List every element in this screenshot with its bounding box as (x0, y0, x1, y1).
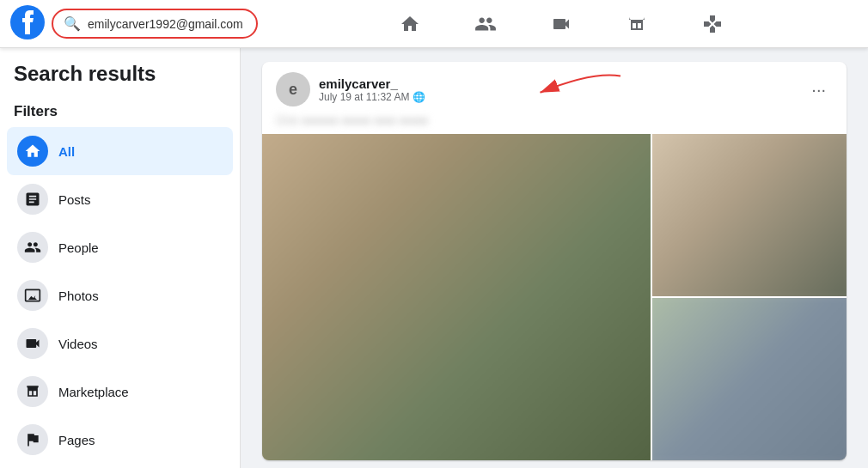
filters-label: Filters (7, 96, 233, 127)
side-image-top-blur (652, 134, 847, 296)
marketplace-icon (17, 376, 48, 407)
nav-gaming-button[interactable] (692, 7, 733, 41)
post-timestamp: July 19 at 11:32 AM 🌐 (319, 91, 425, 103)
sidebar-label-videos: Videos (58, 337, 98, 351)
pages-icon (17, 424, 48, 455)
post-side-image-bottom[interactable] (652, 298, 847, 460)
sidebar-label-people: People (58, 240, 99, 255)
sidebar-item-people[interactable]: People (7, 223, 233, 271)
main-layout: Search results Filters AllPostsPeoplePho… (0, 48, 868, 468)
sidebar-label-photos: Photos (58, 289, 99, 303)
page-title: Search results (7, 62, 233, 96)
sidebar: Search results Filters AllPostsPeoplePho… (0, 48, 241, 468)
post-more-options-button[interactable]: ··· (804, 76, 833, 103)
sidebar-item-pages[interactable]: Pages (7, 416, 233, 464)
side-image-bottom-blur (652, 298, 847, 460)
people-icon (17, 232, 48, 263)
sidebar-label-posts: Posts (58, 192, 91, 207)
nav-marketplace-button[interactable] (616, 7, 657, 41)
posts-icon (17, 184, 48, 215)
main-content: e emilycarver_ July 19 at 11:32 AM 🌐 ···… (241, 48, 868, 468)
all-icon (17, 136, 48, 167)
facebook-logo[interactable] (10, 5, 45, 43)
nav-video-button[interactable] (541, 7, 582, 41)
sidebar-item-marketplace[interactable]: Marketplace (7, 368, 233, 416)
sidebar-item-posts[interactable]: Posts (7, 175, 233, 223)
post-text: One ●●●●● ●●●● ●●● ●●●● (262, 113, 847, 134)
sidebar-label-marketplace: Marketplace (58, 385, 129, 399)
search-input[interactable] (88, 17, 246, 31)
search-box[interactable]: 🔍 (52, 9, 258, 39)
photos-icon (17, 280, 48, 311)
post-username[interactable]: emilycarver_ (319, 76, 425, 91)
post-side-image-top[interactable] (652, 134, 847, 296)
videos-icon (17, 328, 48, 359)
nav-home-button[interactable] (389, 7, 431, 41)
sidebar-item-places[interactable]: Places (7, 464, 233, 468)
post-header: e emilycarver_ July 19 at 11:32 AM 🌐 ··· (262, 62, 847, 113)
post-user-info: emilycarver_ July 19 at 11:32 AM 🌐 (319, 76, 425, 103)
sidebar-item-videos[interactable]: Videos (7, 319, 233, 368)
search-icon: 🔍 (64, 15, 81, 32)
sidebar-item-all[interactable]: All (7, 127, 233, 175)
sidebar-label-pages: Pages (58, 433, 95, 447)
sidebar-items-container: AllPostsPeoplePhotosVideosMarketplacePag… (7, 127, 233, 468)
avatar: e (276, 72, 310, 106)
post-user: e emilycarver_ July 19 at 11:32 AM 🌐 (276, 72, 425, 106)
main-image-blur (262, 134, 651, 460)
top-navigation: 🔍 (0, 0, 868, 48)
post-main-image[interactable] (262, 134, 651, 460)
nav-friends-button[interactable] (465, 7, 506, 41)
globe-icon: 🌐 (413, 91, 425, 103)
nav-icons-group (265, 7, 858, 41)
sidebar-label-all: All (58, 144, 75, 159)
post-card: e emilycarver_ July 19 at 11:32 AM 🌐 ···… (262, 62, 847, 460)
sidebar-item-photos[interactable]: Photos (7, 271, 233, 319)
post-images (262, 134, 847, 460)
